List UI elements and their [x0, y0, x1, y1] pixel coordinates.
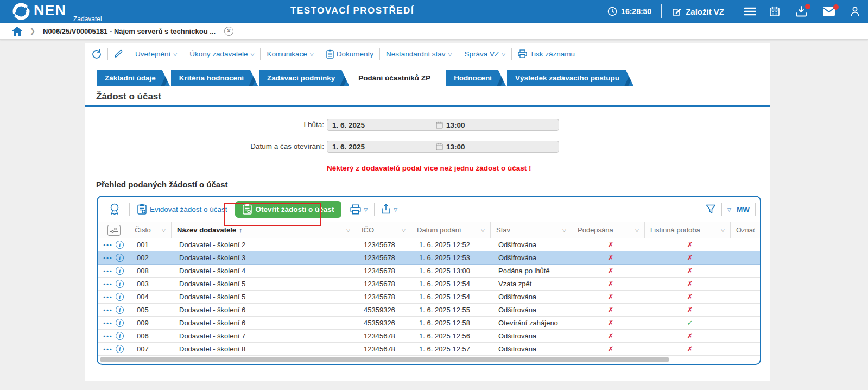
- column-header-podepsana[interactable]: Podepsána▽: [572, 222, 645, 238]
- info-icon[interactable]: i: [116, 332, 124, 340]
- toolbar-item-tisk-zaznamu[interactable]: Tisk záznamu: [518, 49, 575, 58]
- print-table-button[interactable]: [350, 204, 361, 215]
- cell-listinna-mark: ✗: [647, 332, 733, 340]
- nen-logo[interactable]: NEN Zadavatel: [12, 2, 66, 21]
- close-record-icon[interactable]: ✕: [224, 27, 233, 36]
- filter-icon[interactable]: ▽: [560, 228, 566, 233]
- column-header-datum-podani[interactable]: Datum podání▽: [411, 222, 491, 238]
- table-row[interactable]: ●●●i 001 Dodavatel - školení 2 12345678 …: [98, 238, 760, 251]
- filter-icon[interactable]: ▽: [344, 228, 350, 233]
- info-icon[interactable]: i: [116, 306, 124, 314]
- cell-podepsana-mark: ✗: [574, 306, 647, 314]
- export-button[interactable]: [381, 204, 391, 215]
- breadcrumb-record[interactable]: N006/25/V00005181 - Nájem serverů s tech…: [43, 27, 216, 35]
- cell-cislo: 004: [131, 293, 174, 301]
- open-requests-button[interactable]: Otevřít žádosti o účast: [235, 201, 342, 218]
- toolbar-item-sprava-vz[interactable]: Správa VZ▽: [464, 50, 505, 58]
- sort-asc-icon[interactable]: ↑: [239, 226, 243, 234]
- row-menu-icon[interactable]: ●●●: [103, 282, 112, 286]
- cell-ico: 12345678: [358, 293, 414, 301]
- dropdown-icon[interactable]: ▽: [394, 206, 397, 212]
- column-header-cislo[interactable]: Číslo▽: [129, 222, 172, 238]
- row-menu-icon[interactable]: ●●●: [103, 269, 112, 273]
- row-menu-icon[interactable]: ●●●: [103, 334, 112, 338]
- toolbar-item-uverejneni[interactable]: Uveřejnění▽: [135, 50, 177, 58]
- tab-zadavaci-podminky[interactable]: Zadávací podmínky: [259, 70, 349, 86]
- column-header-stav[interactable]: Stav▽: [491, 222, 572, 238]
- dropdown-icon[interactable]: ▽: [364, 206, 368, 212]
- edit-button[interactable]: [114, 49, 123, 58]
- scrollbar-thumb[interactable]: [100, 357, 669, 362]
- opening-datetime-field[interactable]: 1. 6. 2025 13:00: [327, 141, 559, 153]
- clock-icon: [607, 7, 617, 16]
- home-icon[interactable]: [12, 27, 22, 36]
- row-menu-icon[interactable]: ●●●: [103, 295, 112, 299]
- column-settings-icon[interactable]: [107, 225, 121, 236]
- menu-button[interactable]: [744, 7, 756, 16]
- info-icon[interactable]: i: [116, 241, 124, 249]
- info-icon[interactable]: i: [116, 280, 124, 288]
- filter-icon[interactable]: ▽: [719, 228, 725, 233]
- downloads-button[interactable]: [795, 6, 807, 17]
- table-row[interactable]: ●●●i 006 Dodavatel - školení 7 12345678 …: [98, 330, 760, 343]
- table-row[interactable]: ●●●i 005 Dodavatel - školení 6 45359326 …: [98, 304, 760, 317]
- row-menu-icon[interactable]: ●●●: [103, 308, 112, 312]
- row-menu-icon[interactable]: ●●●: [103, 256, 112, 260]
- create-vz-button[interactable]: Založit VZ: [671, 7, 724, 17]
- tab-podani-ucastniku-zp[interactable]: Podání účastníků ZP: [350, 70, 445, 86]
- profile-button[interactable]: [850, 6, 860, 17]
- table-row[interactable]: ●●●i 007 Dodavatel - školení 8 12345678 …: [98, 343, 760, 356]
- filter-icon[interactable]: ▽: [160, 228, 166, 233]
- messages-button[interactable]: [822, 7, 835, 16]
- column-header-oznacit[interactable]: Označ: [731, 222, 760, 238]
- horizontal-scrollbar: [98, 356, 760, 363]
- toolbar-item-komunikace[interactable]: Komunikace▽: [267, 50, 313, 58]
- info-icon[interactable]: i: [116, 345, 124, 353]
- cell-stav: Odšifrována: [493, 345, 574, 353]
- column-header-listinna-podoba[interactable]: Listinná podoba▽: [645, 222, 731, 238]
- dropdown-icon[interactable]: ▽: [727, 206, 731, 212]
- cell-dodavatel: Dodavatel - školení 2: [174, 241, 358, 249]
- table-row-selected[interactable]: ●●●i 002 Dodavatel - školení 3 12345678 …: [98, 251, 760, 265]
- tab-vysledek-zadavaciho-postupu[interactable]: Výsledek zadávacího postupu: [507, 70, 633, 86]
- info-icon[interactable]: i: [116, 293, 124, 301]
- refresh-button[interactable]: [92, 49, 102, 59]
- divider: [458, 48, 458, 60]
- toolbar-item-ukony-zadavatele[interactable]: Úkony zadavatele▽: [189, 50, 254, 58]
- table-row[interactable]: ●●●i 003 Dodavatel - školení 5 12345678 …: [98, 278, 760, 291]
- calendar-button[interactable]: [769, 6, 780, 17]
- filter-button[interactable]: [706, 204, 716, 214]
- table-row[interactable]: ●●●i 004 Dodavatel - školení 5 12345678 …: [98, 291, 760, 304]
- mw-button[interactable]: MW: [737, 205, 750, 213]
- table-row[interactable]: ●●●i 009 Dodavatel - školení 6 45359326 …: [98, 317, 760, 330]
- filter-icon[interactable]: ▽: [400, 228, 406, 233]
- info-icon[interactable]: i: [116, 267, 124, 275]
- table-row[interactable]: ●●●i 008 Dodavatel - školení 4 12345678 …: [98, 265, 760, 278]
- tab-kriteria-hodnoceni[interactable]: Kritéria hodnocení: [171, 70, 258, 86]
- row-menu-icon[interactable]: ●●●: [103, 243, 112, 247]
- cell-podepsana-mark: ✗: [574, 241, 647, 249]
- divider: [581, 48, 581, 60]
- toolbar-item-dokumenty[interactable]: Dokumenty: [326, 49, 373, 59]
- award-button[interactable]: [109, 203, 121, 216]
- document-icon: [326, 49, 334, 59]
- filter-icon[interactable]: ▽: [479, 228, 485, 233]
- divider: [260, 48, 261, 60]
- cell-stav: Otevírání zahájeno: [493, 319, 574, 327]
- toolbar-item-nestandardni-stav[interactable]: Nestandardní stav▽: [386, 50, 452, 58]
- row-menu-icon[interactable]: ●●●: [103, 321, 112, 325]
- export-icon: [381, 204, 391, 215]
- table-toolbar: Evidovat žádost o účast Otevřít žádosti …: [98, 197, 760, 222]
- info-icon[interactable]: i: [116, 319, 124, 327]
- cell-datum: 1. 6. 2025 12:55: [414, 306, 493, 314]
- filter-icon[interactable]: ▽: [633, 228, 639, 233]
- tab-zakladni-udaje[interactable]: Základní údaje: [97, 70, 170, 86]
- info-icon[interactable]: i: [116, 254, 124, 262]
- column-header-nazev-dodavatele[interactable]: Název dodavatele↑▽: [172, 222, 356, 238]
- column-header-ico[interactable]: IČO▽: [356, 222, 411, 238]
- row-menu-icon[interactable]: ●●●: [103, 347, 112, 351]
- deadline-datetime-field[interactable]: 1. 6. 2025 13:00: [327, 119, 559, 131]
- form-row-lhuta: Lhůta: 1. 6. 2025 13:00: [85, 119, 770, 131]
- tab-hodnoceni[interactable]: Hodnocení: [446, 70, 506, 86]
- register-request-button[interactable]: Evidovat žádost o účast: [137, 204, 227, 215]
